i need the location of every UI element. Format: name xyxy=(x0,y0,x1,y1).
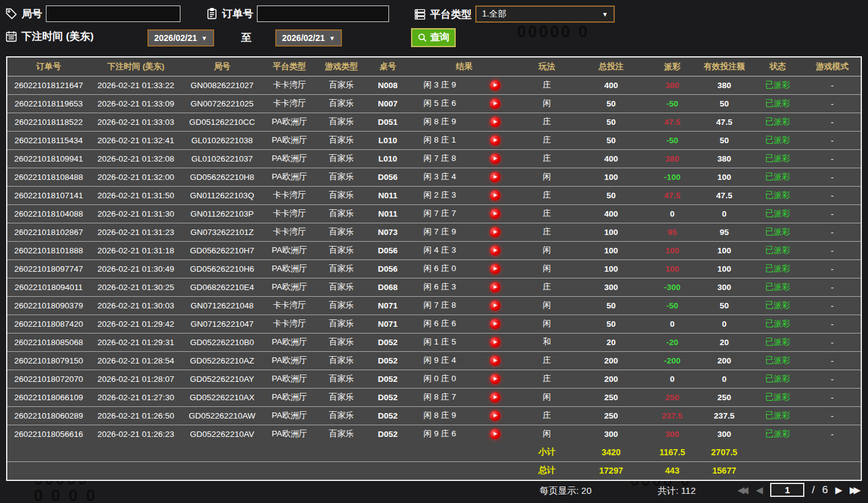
replay-button[interactable] xyxy=(490,300,500,311)
replay-button[interactable] xyxy=(490,190,500,201)
table-body: 2602210181216472026-02-21 01:33:22GN0082… xyxy=(7,76,861,443)
status-cell: 已派彩 xyxy=(752,131,804,149)
round-no-cell: GD052262210AV xyxy=(182,425,262,443)
replay-button[interactable] xyxy=(490,80,500,91)
play-type-cell: 闲 xyxy=(519,296,574,315)
replay-button[interactable] xyxy=(490,392,500,403)
order-no-cell: 260221018060289 xyxy=(7,406,90,425)
game-mode-cell: - xyxy=(804,370,861,388)
replay-button[interactable] xyxy=(490,337,500,348)
result-cell: 闲 3 庄 9 xyxy=(409,76,470,94)
table-header-row: 订单号 下注时间 (美东) 局号 平台类型 游戏类型 桌号 结果 玩法 总投注 … xyxy=(7,58,861,76)
valid-bet-cell: 100 xyxy=(697,241,752,259)
game-type-cell: 百家乐 xyxy=(316,406,366,425)
bet-time-cell: 2026-02-21 01:30:03 xyxy=(90,296,182,315)
prev-page-button[interactable]: ◀ xyxy=(756,485,763,494)
game-type-cell: 百家乐 xyxy=(316,94,366,113)
order-no-cell: 260221018079150 xyxy=(7,351,90,370)
game-type-cell: 百家乐 xyxy=(316,241,366,259)
valid-bet-cell: 300 xyxy=(697,278,752,296)
result-cell: 闲 2 庄 3 xyxy=(409,186,470,204)
table-row: 2602210180874202026-02-21 01:29:42GN0712… xyxy=(7,315,861,333)
order-no-cell: 260221018102867 xyxy=(7,223,90,241)
replay-button[interactable] xyxy=(490,282,500,292)
payout-cell: 95 xyxy=(648,223,697,241)
replay-button[interactable] xyxy=(490,154,500,164)
payout-cell: 0 xyxy=(648,315,697,333)
round-no-cell: GD068262210E4 xyxy=(182,278,262,296)
date-from-picker[interactable]: 2026/02/21 ▼ xyxy=(147,29,214,47)
game-type-cell: 百家乐 xyxy=(316,425,366,443)
first-page-button[interactable]: ◀◀ xyxy=(738,485,749,494)
game-mode-cell: - xyxy=(804,278,861,296)
page-number-input[interactable] xyxy=(770,483,804,497)
play-type-cell: 闲 xyxy=(519,259,574,278)
total-bet-cell: 300 xyxy=(574,278,648,296)
replay-button[interactable] xyxy=(490,172,500,182)
result-cell: 闲 6 庄 0 xyxy=(409,259,470,278)
order-no-cell: 260221018121647 xyxy=(7,76,90,94)
bet-records-table: 订单号 下注时间 (美东) 局号 平台类型 游戏类型 桌号 结果 玩法 总投注 … xyxy=(6,56,862,481)
game-type-cell: 百家乐 xyxy=(316,113,366,131)
payout-cell: -100 xyxy=(648,168,697,186)
status-cell: 已派彩 xyxy=(752,241,804,259)
payout-cell: -50 xyxy=(648,296,697,315)
game-mode-cell: - xyxy=(804,94,861,113)
payout-cell: 380 xyxy=(648,76,697,94)
grand-total-spacer xyxy=(752,461,861,480)
last-page-button[interactable]: ▶▶ xyxy=(850,485,861,494)
replay-button[interactable] xyxy=(490,209,500,219)
valid-bet-cell: 237.5 xyxy=(697,406,752,425)
platform-select[interactable]: 1.全部 ▼ xyxy=(475,6,615,23)
search-button[interactable]: 查询 xyxy=(411,28,456,47)
round-no-input[interactable] xyxy=(46,6,180,22)
valid-bet-cell: 0 xyxy=(697,370,752,388)
total-bet-cell: 400 xyxy=(574,204,648,223)
table-no-cell: L010 xyxy=(366,149,409,168)
replay-button[interactable] xyxy=(490,227,500,237)
grand-total-row: 总计 17297 443 15677 xyxy=(7,461,861,480)
replay-button[interactable] xyxy=(490,99,500,109)
replay-button[interactable] xyxy=(490,356,500,366)
order-no-filter: 订单号 xyxy=(206,6,389,22)
replay-button[interactable] xyxy=(490,264,500,274)
play-type-cell: 庄 xyxy=(519,370,574,388)
date-to-wrap: 2026/02/21 ▼ xyxy=(275,29,342,47)
order-no-cell: 260221018097747 xyxy=(7,259,90,278)
replay-button[interactable] xyxy=(490,319,500,329)
play-type-cell: 闲 xyxy=(519,425,574,443)
replay-button[interactable] xyxy=(490,245,500,256)
game-type-cell: 百家乐 xyxy=(316,76,366,94)
col-status: 状态 xyxy=(752,58,804,76)
total-count-text: 共计: 112 xyxy=(658,485,696,497)
next-page-button[interactable]: ▶ xyxy=(835,485,842,494)
platform-cell: PA欧洲厅 xyxy=(262,333,316,351)
bet-time-cell: 2026-02-21 01:30:49 xyxy=(90,259,182,278)
result-cell: 闲 6 庄 6 xyxy=(409,315,470,333)
replay-button[interactable] xyxy=(490,411,500,421)
replay-button[interactable] xyxy=(490,374,500,384)
result-cell: 闲 0 庄 0 xyxy=(409,370,470,388)
replay-button[interactable] xyxy=(490,117,500,127)
play-type-cell: 和 xyxy=(519,333,574,351)
replay-cell xyxy=(470,113,519,131)
result-cell: 闲 7 庄 8 xyxy=(409,296,470,315)
total-bet-cell: 50 xyxy=(574,94,648,113)
round-no-cell: GD052262210AW xyxy=(182,406,262,425)
bet-time-cell: 2026-02-21 01:31:18 xyxy=(90,241,182,259)
play-type-cell: 闲 xyxy=(519,241,574,259)
game-type-cell: 百家乐 xyxy=(316,278,366,296)
replay-button[interactable] xyxy=(490,429,500,439)
date-to-picker[interactable]: 2026/02/21 ▼ xyxy=(275,29,342,47)
payout-cell: -50 xyxy=(648,94,697,113)
result-cell: 闲 8 庄 9 xyxy=(409,406,470,425)
table-no-cell: D056 xyxy=(366,259,409,278)
grand-total-label: 总计 xyxy=(519,461,574,480)
game-type-cell: 百家乐 xyxy=(316,351,366,370)
order-no-input[interactable] xyxy=(257,6,389,22)
valid-bet-cell: 50 xyxy=(697,94,752,113)
result-cell: 闲 8 庄 9 xyxy=(409,113,470,131)
result-cell: 闲 9 庄 6 xyxy=(409,425,470,443)
replay-cell xyxy=(470,296,519,315)
replay-button[interactable] xyxy=(490,135,500,146)
